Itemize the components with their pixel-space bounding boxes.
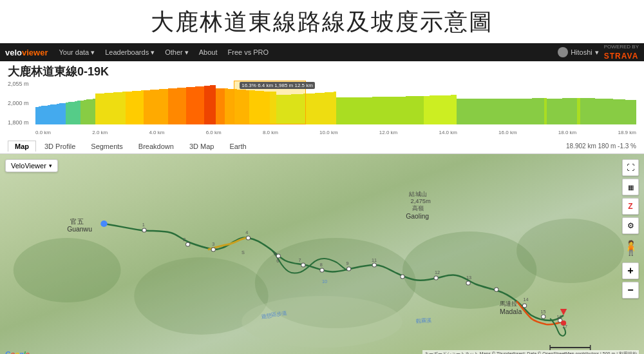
terrain-4 <box>402 231 536 309</box>
wp-num-3: 3 <box>212 242 214 247</box>
wp-num-15: 15 <box>541 310 546 315</box>
user-avatar <box>558 47 568 57</box>
label-gaoling: Gaoling <box>406 213 429 220</box>
elevation-bars <box>35 81 636 124</box>
wp-num-8: 8 <box>320 262 323 268</box>
label-madala-cn: 馬達拉 <box>499 300 518 307</box>
waypoint-1 <box>142 228 146 232</box>
page-title-area: 大鹿林道東線路線及坡度示意圖 <box>0 0 644 43</box>
google-logo: Google <box>5 350 30 354</box>
route-stats: 18.902 km 180 m -1.3 % <box>566 143 636 150</box>
map-route-svg: 官五 Guanwu 結城山 2,475m 高嶺 Gaoling 馬達拉 Mada… <box>0 154 644 354</box>
tabs-bar: Map 3D Profile Segments Breakdown 3D Map… <box>0 139 644 154</box>
settings-button[interactable]: ⚙ <box>622 217 639 234</box>
waypoint-13 <box>495 288 498 291</box>
wp-num-17: 17 <box>562 324 567 329</box>
waypoint-3 <box>211 248 215 251</box>
elevation-bar <box>634 100 636 124</box>
wp-num-10: 10 <box>322 279 327 284</box>
wp-num-4: 4 <box>245 230 248 235</box>
waypoint-11 <box>434 276 438 280</box>
waypoint-7 <box>320 268 324 272</box>
tab-3d-map[interactable]: 3D Map <box>182 141 222 152</box>
x-axis-labels: 0.0 km 2.0 km 4.0 km 6.0 km 8.0 km 10.0 … <box>35 130 636 135</box>
tab-earth[interactable]: Earth <box>222 141 253 152</box>
wp-num-11: 11 <box>372 258 377 263</box>
wp-num-1: 1 <box>142 222 145 228</box>
y-label-top: 2,055 m <box>8 81 37 87</box>
terrain-valley <box>242 296 402 348</box>
route-title: 大鹿林道東線0-19K <box>0 61 644 81</box>
terrain-5 <box>516 219 624 283</box>
wp-num-12: 12 <box>435 270 440 275</box>
map-controls-right: ⛶ ▦ Z ⚙ 🧍 + − <box>622 159 639 299</box>
wp-num-13: 13 <box>466 275 471 280</box>
y-label-1800: 1,800 m <box>8 119 37 126</box>
map-area: 官五 Guanwu 結城山 2,475m 高嶺 Gaoling 馬達拉 Mada… <box>0 154 644 354</box>
nav-your-data[interactable]: Your data ▾ <box>55 47 100 58</box>
page-title: 大鹿林道東線路線及坡度示意圖 <box>0 6 644 38</box>
strava-branding: POWERED BY STRAVA <box>604 44 639 61</box>
label-water-2: 觀霧溪 <box>415 317 431 324</box>
wp-num-9: 9 <box>346 261 349 266</box>
nav-about[interactable]: About <box>194 47 222 57</box>
map-attribution: キーボードショートカット Maps © Thunderforest; Data … <box>422 350 639 354</box>
elevation-chart: 16.3% 6.4 km 1,985 m 12.5 km <box>35 81 636 124</box>
grid-button[interactable]: ▦ <box>622 179 639 195</box>
logo[interactable]: veloviewer <box>5 48 48 57</box>
elevation-y-axis: 2,055 m 2,000 m 1,800 m <box>8 81 37 126</box>
tab-map[interactable]: Map <box>8 141 36 152</box>
tab-breakdown[interactable]: Breakdown <box>131 141 181 152</box>
label-mountain-height: 2,475m <box>411 198 431 204</box>
map-controls-left: VeloViewer <box>5 159 58 172</box>
waypoint-5 <box>276 254 280 258</box>
label-guanwu-cn: 官五 <box>70 218 83 225</box>
wp-num-14: 14 <box>524 297 529 302</box>
layer-button[interactable]: Z <box>622 198 639 215</box>
waypoint-6 <box>301 263 305 267</box>
wp-num-s: S <box>242 250 245 255</box>
logo-velo: velo <box>5 48 22 57</box>
label-mountain-kanji: 高嶺 <box>412 205 424 211</box>
wp-num-16: 16 <box>557 315 562 320</box>
expand-button[interactable]: ⛶ <box>622 159 639 176</box>
label-mountain-cn: 結城山 <box>408 191 427 197</box>
nav-leaderboards[interactable]: Leaderboards ▾ <box>100 47 159 58</box>
wp-num-6: 6 <box>276 259 279 264</box>
wp-num-5: 5 <box>274 251 276 257</box>
logo-viewer: viewer <box>22 48 48 57</box>
tab-segments[interactable]: Segments <box>84 141 130 152</box>
waypoint-14 <box>522 304 526 308</box>
label-guanwu-en: Guanwu <box>67 226 92 233</box>
navbar: veloviewer Your data ▾ Leaderboards ▾ Ot… <box>0 43 644 61</box>
tab-3d-profile[interactable]: 3D Profile <box>37 141 82 152</box>
person-icon: 🧍 <box>622 237 639 260</box>
nav-free-vs-pro[interactable]: Free vs PRO <box>223 47 274 57</box>
nav-user[interactable]: Hitoshi ▾ <box>558 47 599 57</box>
waypoint-8 <box>347 267 351 271</box>
wp-num-2: 2 <box>183 237 185 242</box>
terrain-1 <box>14 238 121 302</box>
waypoint-9 <box>372 263 376 267</box>
nav-right: Hitoshi ▾ POWERED BY STRAVA <box>558 44 639 61</box>
waypoint-12 <box>466 281 470 285</box>
elevation-container: 2,055 m 2,000 m 1,800 m 16.3% 6.4 km 1,9… <box>0 81 644 139</box>
wp-num-7: 7 <box>299 258 301 263</box>
zoom-out-button[interactable]: − <box>622 282 639 299</box>
waypoint-15 <box>542 315 545 319</box>
zoom-in-button[interactable]: + <box>622 262 639 279</box>
segment-tooltip: 16.3% 6.4 km 1,985 m 12.5 km <box>240 82 315 89</box>
waypoint-4 <box>246 236 250 240</box>
y-label-2000: 2,000 m <box>8 100 37 106</box>
waypoint-2 <box>186 242 190 246</box>
veloviewer-button[interactable]: VeloViewer <box>5 159 58 172</box>
label-madala-en: Madala <box>500 308 522 315</box>
start-dot <box>100 221 107 227</box>
waypoint-10 <box>401 275 404 279</box>
nav-other[interactable]: Other ▾ <box>160 47 193 58</box>
